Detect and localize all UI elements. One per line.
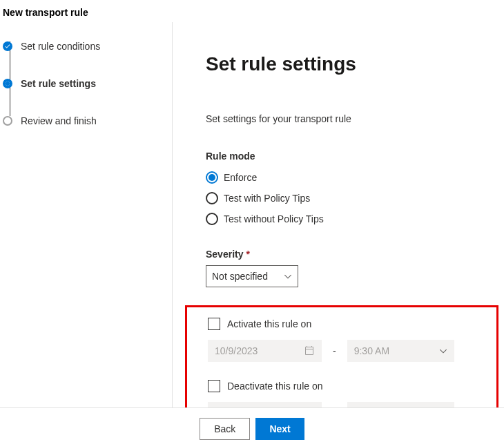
activation-highlight-box: Activate this rule on 10/9/2023 - 9:30 A… <box>185 305 498 409</box>
severity-value: Not specified <box>212 271 268 282</box>
checkmark-icon <box>3 41 12 51</box>
rule-mode-group: Enforce Test with Policy Tips Test witho… <box>206 167 471 229</box>
radio-icon <box>206 192 218 204</box>
activate-rule-label: Activate this rule on <box>227 318 311 329</box>
required-asterisk: * <box>246 249 249 260</box>
step-set-rule-conditions[interactable]: Set rule conditions <box>3 28 161 65</box>
main-panel: Set rule settings Set settings for your … <box>173 22 504 409</box>
deactivate-rule-row: Deactivate this rule on <box>208 380 476 392</box>
wizard-sidebar: Set rule conditions Set rule settings Re… <box>0 22 173 409</box>
step-label: Set rule conditions <box>21 41 100 52</box>
radio-test-without-policy-tips[interactable]: Test without Policy Tips <box>206 209 471 229</box>
activate-time-input[interactable]: 9:30 AM <box>347 340 454 362</box>
activate-date-value: 10/9/2023 <box>215 345 258 356</box>
severity-label: Severity * <box>206 249 471 260</box>
severity-text: Severity <box>206 249 243 260</box>
activate-date-input[interactable]: 10/9/2023 <box>208 340 322 362</box>
next-button[interactable]: Next <box>255 418 304 440</box>
current-step-icon <box>3 79 12 88</box>
step-label: Review and finish <box>21 115 97 126</box>
radio-label: Test without Policy Tips <box>224 213 324 224</box>
calendar-icon <box>304 345 315 356</box>
activate-rule-checkbox[interactable] <box>208 318 220 330</box>
deactivate-rule-checkbox[interactable] <box>208 380 220 392</box>
chevron-down-icon <box>439 347 447 355</box>
page-title: Set rule settings <box>206 53 471 75</box>
activate-datetime-row: 10/9/2023 - 9:30 AM <box>208 340 476 362</box>
activate-rule-row: Activate this rule on <box>208 318 476 330</box>
pending-step-icon <box>3 116 12 126</box>
wizard-footer: Back Next <box>0 407 504 442</box>
radio-icon <box>206 213 218 225</box>
radio-test-with-policy-tips[interactable]: Test with Policy Tips <box>206 188 471 209</box>
rule-mode-label: Rule mode <box>206 151 471 162</box>
radio-icon <box>206 171 218 184</box>
dash-separator: - <box>333 345 336 356</box>
radio-enforce[interactable]: Enforce <box>206 167 471 188</box>
wizard-title: New transport rule <box>0 0 504 22</box>
wizard-container: Set rule conditions Set rule settings Re… <box>0 22 504 409</box>
step-review-and-finish[interactable]: Review and finish <box>3 102 161 140</box>
radio-label: Enforce <box>224 172 257 183</box>
back-button[interactable]: Back <box>200 418 250 440</box>
radio-label: Test with Policy Tips <box>224 193 310 204</box>
severity-select[interactable]: Not specified <box>206 265 298 287</box>
deactivate-rule-label: Deactivate this rule on <box>227 381 323 392</box>
chevron-down-icon <box>284 272 292 280</box>
page-subtitle: Set settings for your transport rule <box>206 113 471 124</box>
step-set-rule-settings[interactable]: Set rule settings <box>3 65 161 102</box>
step-label: Set rule settings <box>21 78 96 89</box>
activate-time-value: 9:30 AM <box>354 345 389 356</box>
